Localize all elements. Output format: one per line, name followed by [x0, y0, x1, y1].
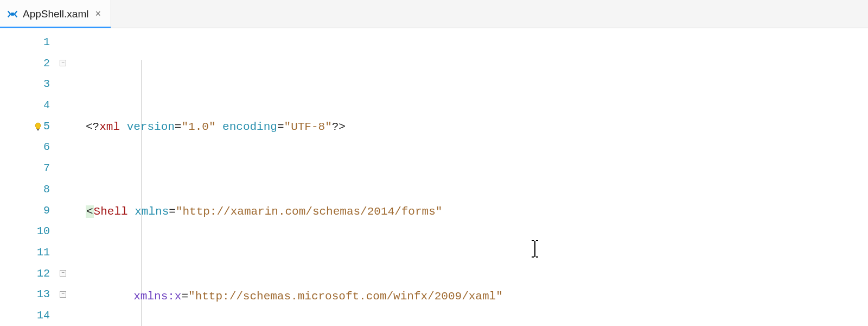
line-number[interactable]: 7	[0, 158, 71, 179]
fold-toggle-icon[interactable]: −	[60, 291, 66, 298]
code-line: <Shell xmlns="http://xamarin.com/schemas…	[86, 201, 868, 222]
svg-rect-1	[37, 129, 39, 130]
line-number[interactable]: 3	[0, 73, 71, 95]
xaml-file-icon	[7, 8, 18, 20]
fold-toggle-icon[interactable]: −	[60, 60, 66, 66]
tab-bar: AppShell.xaml ×	[0, 0, 868, 28]
line-number[interactable]: 10	[0, 221, 71, 242]
line-number[interactable]: 2−	[0, 53, 71, 74]
tab-label: AppShell.xaml	[23, 8, 88, 20]
code-area[interactable]: <?xml version="1.0" encoding="UTF-8"?> <…	[71, 28, 868, 326]
line-number[interactable]: 12−	[0, 263, 71, 284]
line-number-gutter: 1 2− 3 4 5 6 7 8 9 10 11 12− 13− 14	[0, 28, 71, 326]
tab-close-icon[interactable]: ×	[93, 7, 103, 21]
line-number[interactable]: 1	[0, 32, 71, 53]
line-number[interactable]: 11	[0, 242, 71, 263]
lightbulb-icon[interactable]	[34, 122, 42, 130]
mouse-cursor-ibeam-icon	[489, 218, 490, 235]
code-line: xmlns:x="http://schemas.microsoft.com/wi…	[86, 286, 868, 307]
fold-toggle-icon[interactable]: −	[60, 270, 66, 277]
tab-appshell[interactable]: AppShell.xaml ×	[0, 0, 111, 28]
line-number[interactable]: 4	[0, 95, 71, 116]
line-number[interactable]: 14	[0, 305, 71, 326]
line-number[interactable]: 9	[0, 200, 71, 221]
line-number[interactable]: 5	[0, 116, 71, 137]
svg-rect-0	[11, 12, 14, 16]
line-number[interactable]: 13−	[0, 284, 71, 305]
line-number[interactable]: 8	[0, 179, 71, 200]
code-line: <?xml version="1.0" encoding="UTF-8"?>	[86, 116, 868, 137]
editor: 1 2− 3 4 5 6 7 8 9 10 11 12− 13− 14 <?xm…	[0, 28, 868, 326]
line-number[interactable]: 6	[0, 137, 71, 158]
